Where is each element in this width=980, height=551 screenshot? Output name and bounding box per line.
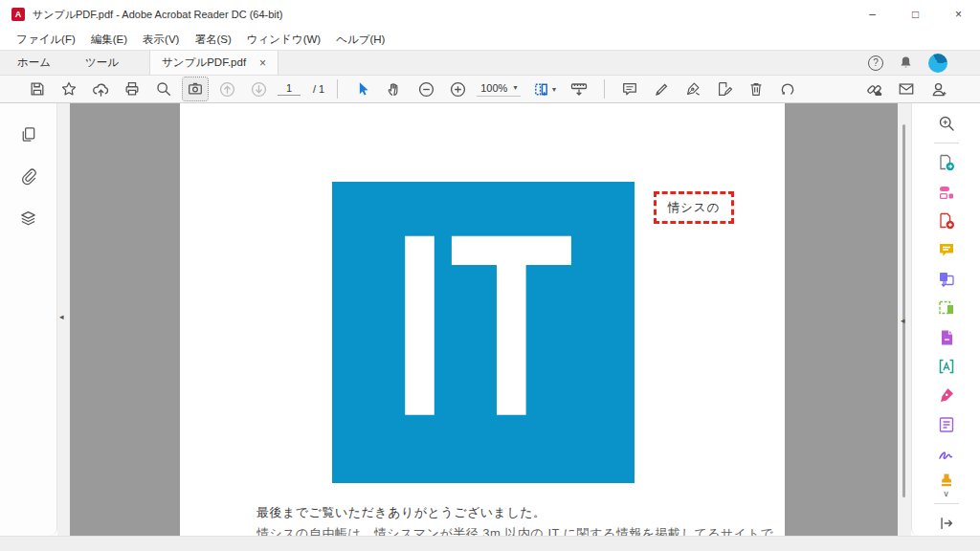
menu-file[interactable]: ファイル(F) (10, 31, 82, 49)
comment-tool-icon[interactable] (932, 237, 961, 262)
page-total-label: / 1 (313, 83, 324, 95)
zoom-in-icon[interactable] (445, 77, 470, 100)
vertical-scrollbar: ◂ (898, 103, 911, 536)
document-closing-line: 最後までご覧いただきありがとうございました。 (256, 504, 546, 521)
email-icon[interactable] (894, 77, 919, 100)
trash-icon[interactable] (744, 77, 768, 100)
add-person-icon[interactable] (926, 77, 951, 100)
tools-panel-rail: ∨ (911, 103, 980, 536)
window-controls: – □ × (851, 0, 980, 29)
bell-icon[interactable] (898, 55, 914, 71)
select-arrow-icon[interactable] (350, 77, 375, 100)
content-area: ◂ IT 情シスの 最後までご覧いただきありがとうございました。 情シスの自由帳… (0, 103, 980, 536)
search-icon[interactable] (151, 77, 176, 100)
tab-tools[interactable]: ツール (68, 51, 136, 75)
tab-document-label: サンプルPDF.pdf (162, 55, 246, 70)
menu-view[interactable]: 表示(V) (136, 31, 186, 49)
combine-files-icon[interactable] (932, 267, 961, 292)
left-panel-rail (0, 103, 57, 536)
create-pdf-icon[interactable] (932, 209, 961, 233)
acrobat-window: A サンプルPDF.pdf - Adobe Acrobat Reader DC … (0, 0, 980, 551)
share-link-icon[interactable] (861, 77, 886, 100)
toolbar-share-group (861, 77, 980, 100)
it-logo: IT (332, 182, 635, 483)
acrobat-app-icon: A (11, 8, 25, 21)
fill-sign-icon[interactable] (712, 77, 737, 100)
compress-pdf-icon[interactable] (932, 324, 961, 349)
toolbar-divider (337, 79, 338, 99)
avatar[interactable] (928, 54, 947, 73)
pdf-page: IT 情シスの 最後までご覧いただきありがとうございました。 情シスの自由帳は、… (180, 103, 785, 536)
certificates-icon[interactable] (932, 441, 961, 466)
menu-help[interactable]: ヘルプ(H) (329, 31, 391, 49)
toolbar-divider (604, 79, 605, 99)
left-panel-gutter: ◂ (57, 103, 70, 536)
page-down-icon[interactable] (246, 77, 271, 100)
scan-ocr-icon[interactable] (932, 354, 961, 379)
organize-pages-icon[interactable] (932, 296, 961, 320)
scrollbar-thumb[interactable] (902, 124, 905, 497)
expand-panel-icon[interactable] (932, 511, 961, 536)
menu-sign[interactable]: 署名(S) (188, 31, 237, 49)
page-thumbnails-icon[interactable] (14, 121, 43, 147)
collapse-right-panel-icon[interactable]: ◂ (901, 316, 905, 325)
star-icon[interactable] (56, 77, 81, 100)
page-number-input[interactable]: 1 (278, 82, 301, 96)
document-canvas: IT 情シスの 最後までご覧いただきありがとうございました。 情シスの自由帳は、… (70, 103, 898, 536)
help-icon[interactable]: ? (868, 55, 883, 71)
undo-icon[interactable] (775, 77, 800, 100)
fill-sign-tool-icon[interactable] (932, 383, 961, 408)
collapse-left-panel-icon[interactable]: ◂ (59, 312, 64, 321)
edit-pdf-icon[interactable] (932, 180, 961, 205)
search-tools-icon[interactable] (932, 111, 961, 136)
attachments-icon[interactable] (14, 163, 43, 189)
sign-pen-icon[interactable] (680, 77, 705, 100)
export-pdf-icon[interactable] (932, 150, 961, 175)
page-display-icon[interactable]: ▾ (527, 77, 560, 100)
zoom-level-control[interactable]: 100% ▾ (477, 82, 521, 97)
fit-width-icon[interactable] (567, 77, 591, 100)
menu-bar: ファイル(F) 編集(E) 表示(V) 署名(S) ウィンドウ(W) ヘルプ(H… (0, 29, 980, 50)
annotation-text: 情シスの (668, 200, 721, 216)
annotation-field[interactable]: 情シスの (654, 191, 734, 224)
prepare-form-icon[interactable] (932, 411, 961, 436)
layers-icon[interactable] (14, 205, 43, 231)
page-up-icon[interactable] (214, 77, 239, 100)
stamp-more-chevron-icon[interactable]: ∨ (943, 492, 949, 496)
rail-divider (934, 143, 959, 143)
bottom-strip (0, 536, 980, 551)
window-title: サンプルPDF.pdf - Adobe Acrobat Reader DC (6… (33, 8, 282, 22)
tab-close-icon[interactable]: × (259, 56, 266, 70)
zoom-out-icon[interactable] (413, 77, 438, 100)
close-button[interactable]: × (937, 0, 980, 29)
main-toolbar: 1 / 1 100% ▾ ▾ (0, 75, 980, 103)
menu-edit[interactable]: 編集(E) (84, 31, 134, 49)
print-icon[interactable] (120, 77, 145, 100)
hand-tool-icon[interactable] (382, 77, 407, 100)
document-clipped-line: 情シスの自由帳は、情シスマンが半径 3m 以内の IT に関する情報を掲載してる… (256, 525, 773, 536)
save-icon[interactable] (25, 77, 50, 100)
tab-bar-right: ? (868, 51, 980, 75)
cloud-upload-icon[interactable] (88, 77, 113, 100)
tab-document[interactable]: サンプルPDF.pdf × (149, 51, 278, 75)
comment-bubble-icon[interactable] (617, 77, 642, 100)
tab-home[interactable]: ホーム (0, 51, 68, 75)
tab-bar: ホーム ツール サンプルPDF.pdf × ? (0, 50, 980, 75)
maximize-button[interactable]: □ (894, 0, 937, 29)
zoom-caret-icon: ▾ (513, 83, 517, 92)
title-bar: A サンプルPDF.pdf - Adobe Acrobat Reader DC … (0, 0, 980, 29)
rail-divider (934, 503, 959, 504)
menu-window[interactable]: ウィンドウ(W) (240, 31, 327, 49)
minimize-button[interactable]: – (851, 0, 894, 29)
zoom-value: 100% (480, 82, 507, 94)
page-display-caret-icon: ▾ (552, 85, 556, 94)
snapshot-camera-icon[interactable] (183, 77, 208, 100)
highlighter-icon[interactable] (649, 77, 674, 100)
it-logo-text: IT (391, 194, 575, 454)
